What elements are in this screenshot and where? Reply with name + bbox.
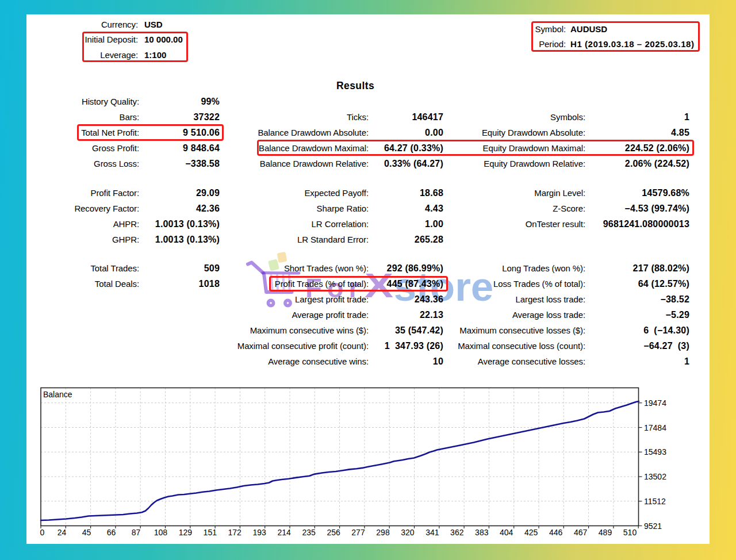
svg-text:Balance: Balance (43, 390, 72, 399)
svg-text:383: 383 (475, 528, 489, 537)
svg-text:510: 510 (623, 528, 637, 537)
svg-text:0: 0 (40, 528, 45, 537)
svg-text:277: 277 (351, 528, 365, 537)
svg-text:256: 256 (327, 528, 340, 537)
svg-text:362: 362 (450, 528, 464, 537)
svg-text:17484: 17484 (644, 423, 666, 432)
svg-text:320: 320 (401, 528, 415, 537)
svg-text:235: 235 (302, 528, 316, 537)
svg-text:9521: 9521 (644, 521, 662, 531)
svg-text:11512: 11512 (644, 497, 666, 506)
svg-text:87: 87 (132, 528, 141, 537)
svg-text:129: 129 (179, 528, 193, 537)
svg-text:45: 45 (82, 528, 91, 537)
svg-text:66: 66 (107, 528, 116, 537)
svg-text:24: 24 (57, 528, 67, 537)
svg-text:446: 446 (549, 528, 563, 537)
svg-text:425: 425 (524, 528, 538, 537)
svg-text:19474: 19474 (644, 398, 666, 408)
svg-text:298: 298 (376, 528, 390, 537)
svg-text:214: 214 (277, 528, 291, 537)
svg-text:193: 193 (253, 528, 267, 537)
svg-text:404: 404 (500, 528, 513, 537)
svg-text:15493: 15493 (644, 447, 666, 457)
svg-text:151: 151 (204, 528, 217, 537)
svg-text:108: 108 (154, 528, 168, 537)
svg-text:172: 172 (228, 528, 242, 537)
svg-text:467: 467 (574, 528, 588, 537)
svg-text:341: 341 (425, 528, 439, 537)
svg-text:13502: 13502 (644, 472, 666, 481)
svg-text:489: 489 (599, 528, 612, 537)
